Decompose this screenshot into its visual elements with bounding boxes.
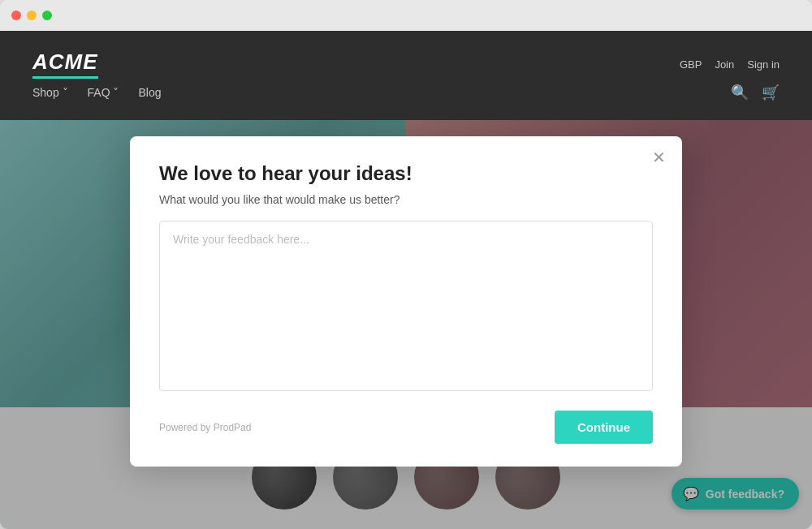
signin-link[interactable]: Sign in: [747, 58, 780, 71]
nav-link-blog[interactable]: Blog: [139, 86, 162, 99]
website-content: ACME GBP Join Sign in Shop ˅ FAQ ˅ Blog …: [0, 31, 812, 529]
nav-link-faq[interactable]: FAQ ˅: [88, 86, 119, 99]
modal-overlay: ✕ We love to hear your ideas! What would…: [0, 120, 812, 529]
navbar-top-right: GBP Join Sign in: [680, 58, 780, 71]
maximize-traffic-light[interactable]: [42, 11, 52, 20]
minimize-traffic-light[interactable]: [27, 11, 37, 20]
close-modal-button[interactable]: ✕: [652, 149, 666, 166]
cart-icon[interactable]: 🛒: [762, 84, 780, 101]
nav-icons: 🔍 🛒: [731, 84, 780, 101]
hero-area: New Products SALE SALE SALE: [0, 120, 812, 529]
modal-title: We love to hear your ideas!: [159, 162, 653, 185]
continue-button[interactable]: Continue: [555, 411, 653, 444]
feedback-textarea[interactable]: [159, 221, 653, 391]
powered-by-label: Powered by ProdPad: [159, 422, 251, 433]
browser-chrome: [0, 0, 812, 31]
close-traffic-light[interactable]: [11, 11, 21, 20]
navbar: ACME GBP Join Sign in Shop ˅ FAQ ˅ Blog …: [0, 31, 812, 120]
join-link[interactable]: Join: [715, 58, 734, 71]
site-logo[interactable]: ACME: [32, 49, 98, 79]
nav-links: Shop ˅ FAQ ˅ Blog: [32, 86, 162, 99]
modal-footer: Powered by ProdPad Continue: [159, 411, 653, 444]
currency-label: GBP: [680, 58, 702, 71]
nav-link-shop[interactable]: Shop ˅: [32, 86, 68, 99]
browser-window: ACME GBP Join Sign in Shop ˅ FAQ ˅ Blog …: [0, 0, 812, 529]
search-icon[interactable]: 🔍: [731, 84, 749, 101]
feedback-modal: ✕ We love to hear your ideas! What would…: [130, 136, 682, 467]
modal-subtitle: What would you like that would make us b…: [159, 193, 653, 206]
